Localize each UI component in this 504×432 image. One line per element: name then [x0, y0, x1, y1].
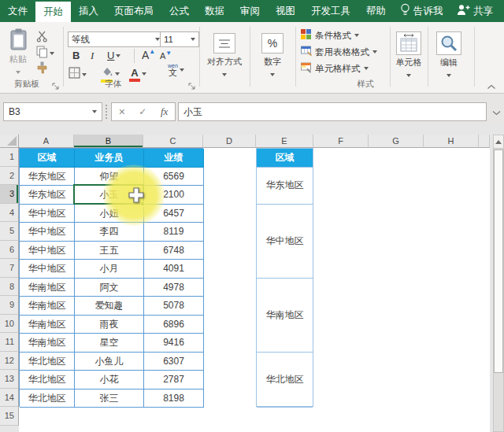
region-merged-cell[interactable]: 华东地区 [257, 168, 313, 205]
row-header-2[interactable]: 2 [0, 167, 19, 186]
vertical-scrollbar[interactable] [493, 135, 504, 432]
scroll-up-button[interactable] [494, 135, 503, 149]
row-header-4[interactable]: 4 [0, 204, 19, 223]
editing-button[interactable]: 编辑 [433, 31, 465, 79]
table-cell[interactable]: 小鱼儿 [75, 353, 144, 371]
decrease-font-button[interactable]: A ▼ [160, 51, 173, 61]
table-cell[interactable]: 星空 [75, 334, 144, 353]
ribbon-tab[interactable]: 插入 [71, 0, 106, 22]
ribbon-tab[interactable]: 审阅 [232, 0, 268, 22]
column-header-D[interactable]: D [203, 135, 256, 148]
table-cell[interactable]: 华中地区 [20, 242, 75, 260]
scrollbar-thumb[interactable] [494, 150, 503, 373]
row-header-5[interactable]: 5 [0, 222, 19, 241]
region-merged-cell[interactable]: 华南地区 [257, 279, 313, 353]
row-header-10[interactable]: 10 [0, 315, 19, 334]
column-header-B[interactable]: B [74, 135, 143, 148]
row-header-6[interactable]: 6 [0, 241, 19, 260]
styles-item[interactable]: 单元格样式 [301, 62, 369, 75]
region-merged-cell[interactable]: 华北地区 [257, 353, 313, 408]
row-header-3[interactable]: 3 [0, 185, 19, 204]
phonetic-guide-button[interactable]: wén 文 [168, 63, 184, 77]
ribbon-tab[interactable]: 文件 [0, 0, 35, 22]
table-header-cell[interactable]: 区域 [20, 149, 75, 168]
table-cell[interactable]: 华中地区 [20, 223, 75, 242]
table-cell[interactable]: 6748 [144, 242, 204, 260]
ribbon-tab[interactable]: 开发工具 [303, 0, 358, 22]
table-cell[interactable]: 华南地区 [20, 297, 75, 316]
table-cell[interactable]: 华北地区 [20, 353, 75, 371]
cut-button[interactable] [36, 31, 48, 46]
table-cell[interactable]: 张三 [75, 390, 144, 408]
bold-button[interactable]: B [72, 50, 80, 61]
font-name-combo[interactable]: 等线 [68, 31, 164, 47]
table-cell[interactable]: 4091 [144, 260, 204, 279]
increase-font-button[interactable]: A ▲ [142, 49, 157, 61]
row-header-14[interactable]: 14 [0, 389, 19, 408]
table-cell[interactable]: 小月 [75, 260, 144, 279]
table-header-cell[interactable]: 业绩 [144, 149, 204, 168]
styles-item[interactable]: 条件格式 [301, 29, 359, 42]
name-box[interactable]: B3 [3, 102, 102, 121]
font-dialog-launcher[interactable] [188, 79, 196, 87]
table-cell[interactable]: 9416 [144, 334, 204, 353]
table-cell[interactable]: 华南地区 [20, 334, 75, 353]
row-header-15[interactable]: 15 [0, 407, 19, 426]
table-cell[interactable]: 8198 [144, 390, 204, 408]
row-header-13[interactable]: 13 [0, 370, 19, 389]
italic-button[interactable]: I [91, 50, 94, 62]
underline-button[interactable]: U [107, 50, 120, 61]
cancel-icon[interactable]: × [119, 105, 125, 118]
name-box-splitter[interactable] [106, 105, 107, 119]
formula-input[interactable]: 小玉 [178, 102, 487, 121]
copy-button[interactable] [36, 46, 54, 61]
table-cell[interactable]: 华中地区 [20, 205, 75, 223]
region-merged-cell[interactable]: 华中地区 [257, 205, 313, 279]
column-header-F[interactable]: F [313, 135, 369, 148]
ribbon-tab[interactable]: 公式 [161, 0, 197, 22]
column-header-H[interactable]: H [424, 135, 479, 148]
column-header-E[interactable]: E [256, 135, 313, 148]
table-cell[interactable]: 华中地区 [20, 260, 75, 279]
row-header-9[interactable]: 9 [0, 296, 19, 315]
tell-me[interactable]: 告诉我 [394, 0, 450, 22]
ribbon-tab[interactable]: 视图 [268, 0, 303, 22]
font-size-combo[interactable]: 11 [160, 31, 199, 47]
table-cell[interactable]: 王五 [75, 242, 144, 260]
share-button[interactable]: 共享 [450, 0, 499, 22]
table-cell[interactable]: 华南地区 [20, 316, 75, 334]
styles-item[interactable]: 套用表格格式 [301, 46, 377, 58]
row-header-8[interactable]: 8 [0, 278, 19, 297]
ribbon-tab[interactable]: 开始 [35, 2, 71, 22]
table-cell[interactable]: 华南地区 [20, 279, 75, 297]
region-column-header[interactable]: 区域 [257, 149, 313, 168]
table-cell[interactable]: 爱知趣 [75, 297, 144, 316]
alignment-button[interactable]: 对齐方式 [202, 33, 247, 79]
expand-formula-bar-icon[interactable] [492, 105, 501, 119]
table-cell[interactable]: 5078 [144, 297, 204, 316]
clipboard-dialog-launcher[interactable] [52, 79, 60, 87]
insert-function-icon[interactable]: fx [161, 105, 168, 118]
cells-button[interactable]: 单元格 [392, 31, 425, 79]
table-cell[interactable]: 雨夜 [75, 316, 144, 334]
row-header-7[interactable]: 7 [0, 259, 19, 278]
table-cell[interactable]: 6307 [144, 353, 204, 371]
row-header-1[interactable]: 1 [0, 148, 19, 167]
table-cell[interactable]: 华东地区 [20, 168, 75, 186]
table-cell[interactable]: 2787 [144, 371, 204, 390]
table-cell[interactable]: 6896 [144, 316, 204, 334]
ribbon-tab[interactable]: 页面布局 [106, 0, 161, 22]
row-header-11[interactable]: 11 [0, 333, 19, 352]
borders-button[interactable] [69, 67, 87, 82]
format-painter-button[interactable] [36, 61, 48, 77]
row-header-12[interactable]: 12 [0, 352, 19, 371]
ribbon-tab[interactable]: 数据 [197, 0, 232, 22]
select-all-corner[interactable] [0, 135, 19, 148]
table-cell[interactable]: 小花 [75, 371, 144, 390]
table-cell[interactable]: 8119 [144, 223, 204, 242]
enter-icon[interactable]: ✓ [139, 106, 146, 117]
column-header-A[interactable]: A [19, 135, 74, 148]
ribbon-tab[interactable]: 帮助 [358, 0, 394, 22]
column-header-C[interactable]: C [143, 135, 203, 148]
table-cell[interactable]: 华北地区 [20, 371, 75, 390]
